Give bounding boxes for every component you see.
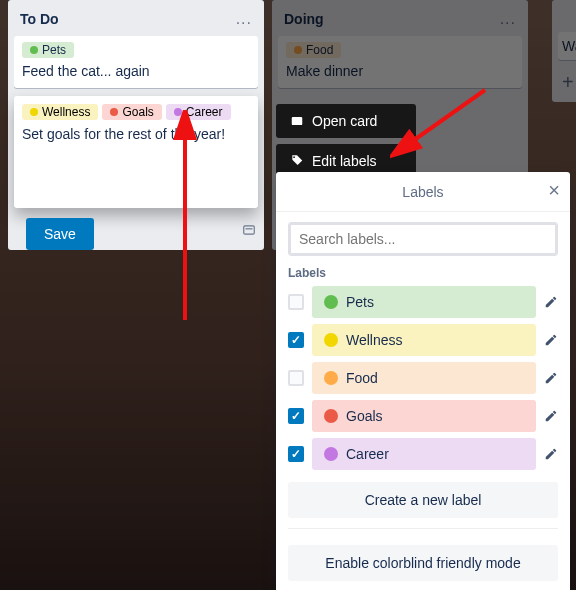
label-chip-goals[interactable]: Goals [312,400,536,432]
checkbox-food[interactable] [288,370,304,386]
menu-label: Edit labels [312,153,377,169]
label-text: Goals [122,105,153,119]
label-chip-pets[interactable]: Pets [312,286,536,318]
colorblind-mode-button[interactable]: Enable colorblind friendly mode [288,545,558,581]
checkbox-career[interactable] [288,446,304,462]
checkbox-pets[interactable] [288,294,304,310]
card-template-icon[interactable] [242,223,256,237]
label-pets[interactable]: Pets [22,42,74,58]
pencil-icon[interactable] [544,333,558,347]
edit-card-labels: Wellness Goals Career [22,104,250,120]
edit-card-text[interactable]: Set goals for the rest of the year! [22,126,250,142]
label-text: Career [186,105,223,119]
tag-icon [290,154,304,168]
label-name: Food [346,370,378,386]
card-feed-cat[interactable]: Pets Feed the cat... again [14,36,258,88]
svg-rect-1 [246,228,253,229]
checkbox-wellness[interactable] [288,332,304,348]
divider [288,528,558,529]
label-chip-food[interactable]: Food [312,362,536,394]
search-input[interactable] [288,222,558,256]
pencil-icon[interactable] [544,295,558,309]
label-name: Pets [346,294,374,310]
label-goals[interactable]: Goals [102,104,161,120]
label-chip-career[interactable]: Career [312,438,536,470]
label-row-pets: Pets [288,286,558,318]
list-title-todo[interactable]: To Do [20,11,59,27]
label-dot-icon [324,371,338,385]
label-row-food: Food [288,362,558,394]
close-icon[interactable]: × [548,180,560,200]
label-dot-icon [110,108,118,116]
label-name: Wellness [346,332,403,348]
label-dot-icon [30,46,38,54]
label-dot-icon [324,333,338,347]
pencil-icon[interactable] [544,371,558,385]
card-icon [290,114,304,128]
label-row-wellness: Wellness [288,324,558,356]
pencil-icon[interactable] [544,409,558,423]
label-text: Wellness [42,105,90,119]
label-list: PetsWellnessFoodGoalsCareer [288,286,558,470]
popover-title: Labels [402,184,443,200]
card-title: Feed the cat... again [22,62,250,80]
open-card-button[interactable]: Open card [276,104,416,138]
label-career[interactable]: Career [166,104,231,120]
pencil-icon[interactable] [544,447,558,461]
label-text: Pets [42,43,66,57]
svg-rect-0 [244,226,255,234]
menu-label: Open card [312,113,377,129]
list-todo: To Do ... Pets Feed the cat... again Wel… [8,0,264,250]
list-menu-icon[interactable]: ... [236,10,252,28]
svg-rect-2 [292,117,303,125]
label-chip-wellness[interactable]: Wellness [312,324,536,356]
label-dot-icon [324,409,338,423]
save-button[interactable]: Save [26,218,94,250]
label-dot-icon [174,108,182,116]
section-heading: Labels [288,266,558,280]
label-wellness[interactable]: Wellness [22,104,98,120]
label-name: Goals [346,408,383,424]
create-label-button[interactable]: Create a new label [288,482,558,518]
add-card-hint[interactable]: Add a card Save [16,216,242,244]
label-dot-icon [324,295,338,309]
label-dot-icon [30,108,38,116]
label-row-goals: Goals [288,400,558,432]
quick-edit-card[interactable]: Wellness Goals Career Set goals for the … [14,96,258,208]
label-dot-icon [324,447,338,461]
checkbox-goals[interactable] [288,408,304,424]
label-row-career: Career [288,438,558,470]
label-name: Career [346,446,389,462]
labels-popover: Labels × Labels PetsWellnessFoodGoalsCar… [276,172,570,590]
